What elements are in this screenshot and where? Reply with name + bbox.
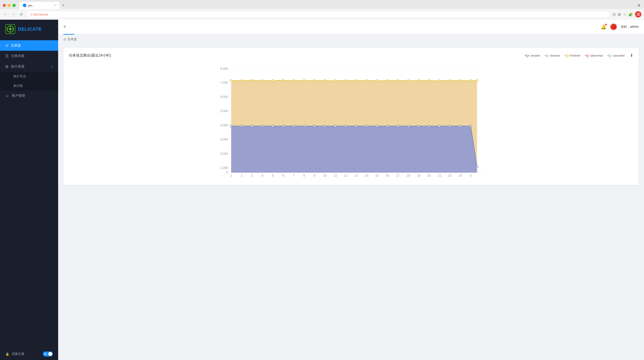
chart-dot [314, 80, 316, 82]
chart-dot [240, 125, 242, 127]
chart-dot [428, 125, 430, 127]
screen-share-icon[interactable]: ⊡ [613, 12, 616, 16]
extensions-icon[interactable]: 🧩 [628, 12, 633, 16]
chart-dot [418, 80, 420, 82]
chart-dot [470, 80, 472, 82]
browser-tab[interactable]: jan... ✕ [19, 2, 60, 9]
svg-text:5: 5 [272, 174, 274, 177]
sidebar-item-exec-nodes[interactable]: 执行节点 [0, 72, 58, 81]
sidebar-item-dashboard[interactable]: ⊙ 仪表盘 [0, 40, 58, 51]
legend-item-canceled: canceled [607, 54, 624, 57]
legend-line-finished [564, 55, 569, 56]
chart-dot [240, 80, 242, 82]
browser-menu-icon[interactable]: ⊕ [638, 3, 640, 8]
sidebar-item-exec-groups[interactable]: 执行组 [0, 81, 58, 90]
chart-dot [407, 80, 409, 82]
address-input[interactable]: ⚠ Not Secure [26, 11, 610, 18]
chart-dot [334, 80, 336, 82]
chart-container: 8,000 7,000 6,000 5,000 4,000 3,000 2,00… [69, 62, 633, 180]
chart-dot [438, 125, 440, 127]
chart-dot [470, 125, 472, 127]
greeting-text: 你好， [621, 25, 630, 28]
sidebar-logo: DELICATE [0, 20, 58, 38]
chart-dot [366, 80, 368, 82]
notification-badge [605, 24, 607, 26]
chart-area-created [231, 126, 477, 172]
svg-text:10: 10 [323, 174, 327, 177]
chart-dot [386, 80, 388, 82]
sidebar-item-task-list[interactable]: ☰ 任务列表 [0, 51, 58, 61]
sidebar-theme-toggle[interactable]: 🔒 切换主题 暗 [0, 348, 58, 360]
page-content: 任务状态聚合(最近24小时) created timeout finish [58, 44, 644, 360]
sidebar-item-exec-resources[interactable]: ⊞ 执行资源 ∧ [0, 61, 58, 72]
chart-dot [376, 80, 378, 82]
svg-text:21: 21 [438, 174, 442, 177]
svg-text:4,000: 4,000 [220, 124, 228, 127]
grid-icon[interactable]: ⊞ [618, 12, 621, 16]
main-content: ≡ 🔔 🇨🇳 你好，admin ⊙ 仪表盘 任务状态聚合(最近24小时) [58, 20, 644, 360]
chart-legend: created timeout finished abnormal [524, 54, 624, 57]
svg-text:4: 4 [262, 174, 264, 177]
sidebar-item-label: 执行资源 [11, 64, 24, 69]
chart-dot [251, 125, 253, 127]
legend-item-created: created [524, 54, 540, 57]
username-text: admin [630, 25, 639, 28]
tab-favicon [23, 4, 26, 7]
address-bar: ← → ↺ ⚠ Not Secure ⊡ ⊞ ☆ 🧩 成 [0, 9, 644, 20]
svg-text:3: 3 [251, 174, 253, 177]
svg-text:20: 20 [427, 174, 431, 177]
chart-dot [376, 125, 378, 127]
legend-item-finished: finished [564, 54, 580, 57]
svg-text:5,000: 5,000 [220, 109, 228, 113]
chart-dot [397, 80, 399, 82]
chart-dot [397, 125, 399, 127]
toggle-label: 暗 [44, 352, 47, 356]
theme-switch[interactable]: 暗 [43, 352, 53, 356]
refresh-button[interactable]: ↺ [19, 12, 24, 18]
chart-dot [262, 80, 264, 82]
svg-text:7: 7 [293, 174, 294, 177]
sidebar-item-user-mgmt[interactable]: ☺ 用户管理 [0, 90, 58, 101]
chart-dot [476, 166, 478, 168]
chart-dot [251, 80, 253, 82]
new-tab-button[interactable]: + [60, 2, 66, 9]
svg-text:1,000: 1,000 [220, 166, 228, 170]
security-indicator: ⚠ Not Secure [30, 13, 48, 16]
chart-dot [272, 125, 274, 127]
close-dot[interactable] [3, 4, 6, 7]
chart-header: 任务状态聚合(最近24小时) created timeout finish [69, 53, 633, 58]
svg-text:22: 22 [448, 174, 452, 177]
sidebar-item-label: 用户管理 [12, 94, 25, 98]
logo-text: DELICATE [18, 26, 42, 32]
chart-dot [407, 125, 409, 127]
avatar-initial: 成 [636, 12, 640, 17]
download-button[interactable]: ⬇ [630, 53, 633, 58]
exec-nodes-label: 执行节点 [14, 74, 26, 78]
chart-dot [449, 125, 451, 127]
logo-icon [5, 24, 15, 34]
menu-toggle-button[interactable]: ≡ [64, 24, 66, 29]
chart-dot [459, 80, 461, 82]
svg-text:7,000: 7,000 [220, 81, 228, 84]
legend-label-canceled: canceled [613, 54, 624, 57]
tab-close-button[interactable]: ✕ [54, 4, 56, 7]
svg-text:17: 17 [396, 174, 400, 177]
chart-dot [272, 80, 274, 82]
chart-dot [262, 125, 264, 127]
chart-dot [418, 125, 420, 127]
chart-dot [230, 80, 232, 82]
legend-line-timeout [544, 55, 549, 56]
legend-label-finished: finished [570, 54, 580, 57]
theme-label: 切换主题 [12, 352, 24, 356]
bookmark-icon[interactable]: ☆ [623, 12, 626, 16]
chart-dot [314, 125, 316, 127]
svg-text:8: 8 [303, 174, 305, 177]
chart-dot [230, 125, 232, 127]
language-selector[interactable]: 🇨🇳 [610, 23, 617, 30]
chart-dot [345, 80, 347, 82]
legend-line-created [524, 55, 529, 56]
tab-label: jan... [28, 4, 34, 7]
svg-text:23: 23 [459, 174, 462, 177]
notification-bell[interactable]: 🔔 [601, 24, 606, 30]
profile-avatar[interactable]: 成 [635, 11, 641, 18]
